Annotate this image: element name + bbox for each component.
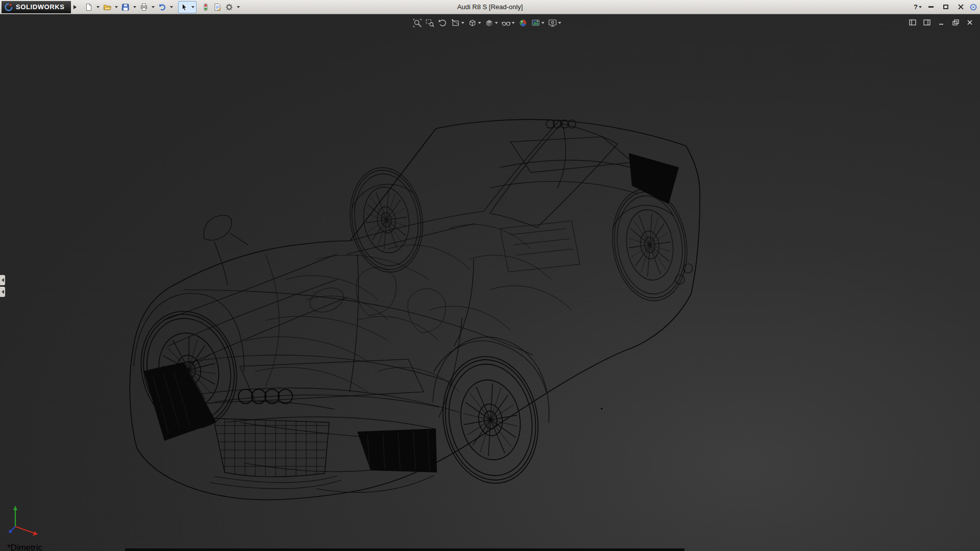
maximize-button[interactable]: [940, 3, 951, 12]
save-dropdown[interactable]: [132, 2, 138, 13]
file-properties-button[interactable]: [212, 2, 223, 13]
caret-down-icon: [115, 6, 118, 8]
open-dropdown[interactable]: [113, 2, 119, 13]
help-button[interactable]: ?: [914, 3, 922, 11]
solidworks-window: SOLIDWORKS: [0, 0, 980, 551]
caret-down-icon: [512, 22, 515, 24]
collapsed-panel-tabs: [0, 275, 5, 297]
minimize-icon: [928, 6, 934, 8]
caret-down-icon: [478, 22, 481, 24]
solidworks-logo: SOLIDWORKS: [2, 1, 71, 13]
ds-compass-icon: [970, 4, 977, 11]
caret-down-icon: [152, 6, 155, 8]
close-icon: [967, 19, 973, 26]
minimize-icon: [938, 19, 944, 26]
undo-arrow-icon: [158, 3, 166, 11]
title-bar: SOLIDWORKS: [0, 0, 980, 14]
edit-appearance-button[interactable]: [517, 17, 529, 29]
car-grille: [213, 415, 331, 478]
apply-scene-icon: [531, 18, 541, 28]
model-wireframe-audi-r8[interactable]: [0, 14, 980, 551]
taskbar-edge[interactable]: [125, 548, 684, 551]
save-button[interactable]: [120, 2, 131, 13]
car-interior-clutter: [245, 221, 580, 392]
doc-pane-window-button-2[interactable]: [922, 18, 932, 27]
doc-minimize-button[interactable]: [936, 18, 946, 27]
expand-right-icon: [74, 5, 77, 9]
select-tool-dropdown[interactable]: [190, 2, 196, 13]
orientation-triad: [7, 500, 50, 541]
view-orientation-button[interactable]: [483, 17, 500, 29]
minimize-button[interactable]: [925, 3, 937, 12]
heads-up-view-toolbar: [411, 17, 563, 29]
new-document-dropdown[interactable]: [95, 2, 101, 13]
select-tool-button[interactable]: [179, 2, 190, 13]
select-tool-group: [178, 1, 197, 13]
view-settings-icon: [548, 18, 557, 28]
zoom-to-area-button[interactable]: [424, 17, 436, 29]
pane-window-icon: [909, 19, 916, 26]
hide-show-items-button[interactable]: [500, 17, 517, 29]
document-window-controls: [908, 18, 975, 27]
caret-down-icon: [170, 6, 173, 8]
doc-pane-window-button-1[interactable]: [908, 18, 918, 27]
graphics-area[interactable]: *Dimetric: [0, 14, 980, 551]
new-document-button[interactable]: [83, 2, 94, 13]
print-dropdown[interactable]: [150, 2, 156, 13]
caret-down-icon: [133, 6, 136, 8]
ds-swirl-icon: [5, 3, 13, 11]
zoom-to-fit-button[interactable]: [411, 17, 424, 29]
previous-view-icon: [438, 18, 448, 28]
select-cursor-icon: [180, 3, 188, 11]
open-folder-icon: [103, 3, 111, 11]
brand-text: SOLIDWORKS: [16, 3, 65, 11]
zoom-to-area-icon: [426, 18, 435, 28]
title-bar-controls: ?: [914, 3, 980, 12]
quick-access-toolbar: [83, 1, 241, 13]
options-dropdown[interactable]: [235, 2, 241, 13]
new-document-icon: [85, 3, 93, 11]
menu-expand-arrow[interactable]: [71, 2, 79, 13]
chevron-left-icon: [2, 290, 4, 294]
close-icon: [958, 4, 964, 10]
view-orientation-cube-icon: [485, 18, 494, 28]
rebuild-button[interactable]: [200, 2, 211, 13]
zoom-to-fit-icon: [413, 18, 422, 28]
display-style-icon: [468, 18, 477, 28]
view-orientation-label: *Dimetric: [7, 543, 42, 551]
caret-down-icon: [558, 22, 561, 24]
caret-down-icon: [191, 6, 194, 8]
doc-close-button[interactable]: [965, 18, 975, 27]
undo-dropdown[interactable]: [168, 2, 175, 13]
edit-appearance-ball-icon: [519, 18, 528, 28]
pane-window-icon: [923, 19, 930, 26]
print-button[interactable]: [138, 2, 150, 13]
options-button[interactable]: [224, 2, 235, 13]
section-view-button[interactable]: [450, 17, 466, 29]
rebuild-traffic-light-icon: [202, 3, 210, 11]
window-title: Audi R8 S [Read-only]: [457, 3, 523, 11]
caret-down-icon: [237, 6, 240, 8]
open-button[interactable]: [102, 2, 113, 13]
doc-restore-button[interactable]: [950, 18, 961, 27]
help-question-icon: ?: [914, 3, 918, 11]
caret-down-icon: [542, 22, 545, 24]
caret-down-icon: [461, 22, 464, 24]
caret-down-icon: [919, 6, 922, 8]
previous-view-button[interactable]: [437, 17, 449, 29]
print-icon: [140, 3, 148, 11]
save-floppy-icon: [121, 3, 130, 11]
expand-panel-tab-1[interactable]: [0, 275, 5, 285]
maximize-icon: [943, 5, 948, 9]
hide-show-glasses-icon: [502, 18, 511, 28]
chevron-left-icon: [2, 278, 4, 282]
view-settings-button[interactable]: [547, 17, 563, 29]
caret-down-icon: [495, 22, 498, 24]
undo-button[interactable]: [157, 2, 168, 13]
options-gear-icon: [225, 3, 233, 11]
expand-panel-tab-2[interactable]: [0, 287, 5, 297]
close-button[interactable]: [955, 3, 966, 12]
display-style-button[interactable]: [467, 17, 483, 29]
apply-scene-button[interactable]: [530, 17, 546, 29]
file-properties-icon: [213, 3, 222, 11]
